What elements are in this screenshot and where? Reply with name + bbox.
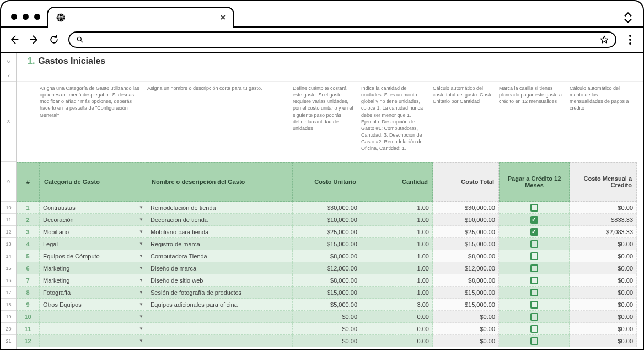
dropdown-caret-icon[interactable]: ▼ (139, 302, 143, 307)
dropdown-caret-icon[interactable]: ▼ (139, 338, 143, 343)
row-number[interactable]: 14 (1, 250, 16, 262)
cell-costo-unitario[interactable]: $5,000.00 (293, 299, 361, 311)
credit-checkbox[interactable] (530, 277, 538, 284)
cell-categoria[interactable]: ▼ (40, 311, 147, 323)
dropdown-caret-icon[interactable]: ▼ (139, 290, 143, 295)
cell-pagar-credito[interactable] (499, 202, 570, 214)
back-button[interactable] (9, 34, 20, 45)
dropdown-caret-icon[interactable]: ▼ (139, 229, 143, 234)
address-bar[interactable] (68, 31, 616, 48)
cell-categoria[interactable]: Marketing▼ (40, 274, 147, 287)
cell-categoria[interactable]: ▼ (40, 323, 147, 335)
window-max-dot[interactable] (34, 14, 40, 20)
credit-checkbox[interactable] (530, 289, 538, 296)
cell-index[interactable]: 11 (17, 323, 40, 335)
cell-index[interactable]: 6 (17, 262, 40, 274)
cell-nombre[interactable]: Computadora Tienda (147, 250, 293, 262)
cell-costo-unitario[interactable]: $25,000.00 (293, 226, 361, 238)
cell-nombre[interactable]: Mobiliario para tienda (147, 226, 293, 238)
cell-nombre[interactable]: Registro de marca (147, 238, 293, 250)
credit-checkbox[interactable] (530, 204, 538, 212)
dropdown-caret-icon[interactable]: ▼ (139, 217, 143, 222)
cell-cantidad[interactable]: 1.00 (361, 274, 433, 287)
cell-pagar-credito[interactable] (499, 323, 570, 335)
cell-cantidad[interactable]: 1.00 (361, 262, 433, 274)
credit-checkbox[interactable] (530, 252, 538, 260)
dropdown-caret-icon[interactable]: ▼ (139, 314, 143, 319)
cell-cantidad[interactable]: 1.00 (361, 202, 433, 214)
cell-cantidad[interactable]: 0.00 (361, 311, 433, 323)
cell-pagar-credito[interactable] (499, 274, 570, 287)
cell-costo-unitario[interactable]: $0.00 (293, 311, 361, 323)
cell-index[interactable]: 1 (17, 202, 40, 214)
row-number[interactable]: 12 (1, 226, 16, 238)
cell-index[interactable]: 9 (17, 299, 40, 311)
cell-index[interactable]: 2 (17, 214, 40, 226)
row-number[interactable]: 6 (1, 53, 16, 69)
row-number[interactable]: 21 (1, 335, 16, 347)
cell-nombre[interactable] (147, 335, 293, 347)
cell-index[interactable]: 12 (17, 335, 40, 347)
cell-pagar-credito[interactable] (499, 287, 570, 299)
cell-categoria[interactable]: Fotografía▼ (40, 287, 147, 299)
dropdown-caret-icon[interactable]: ▼ (139, 241, 143, 246)
cell-pagar-credito[interactable] (499, 238, 570, 250)
dropdown-caret-icon[interactable]: ▼ (139, 278, 143, 283)
credit-checkbox[interactable] (530, 264, 538, 272)
cell-pagar-credito[interactable] (499, 250, 570, 262)
cell-costo-unitario[interactable]: $15,000.00 (293, 238, 361, 250)
row-number[interactable]: 13 (1, 238, 16, 250)
cell-index[interactable]: 10 (17, 311, 40, 323)
cell-categoria[interactable]: Mobiliario▼ (40, 226, 147, 238)
cell-cantidad[interactable]: 0.00 (361, 335, 433, 347)
cell-nombre[interactable]: Remodelación de tienda (147, 202, 293, 214)
cell-pagar-credito[interactable] (499, 214, 570, 226)
cell-costo-unitario[interactable]: $15,000.00 (293, 287, 361, 299)
row-number[interactable]: 17 (1, 287, 16, 299)
cell-costo-unitario[interactable]: $8,000.00 (293, 274, 361, 287)
row-number[interactable]: 11 (1, 214, 16, 226)
cell-nombre[interactable]: Diseño de sitio web (147, 274, 293, 287)
row-number[interactable]: 15 (1, 262, 16, 274)
dropdown-caret-icon[interactable]: ▼ (139, 253, 143, 258)
credit-checkbox[interactable] (530, 216, 538, 224)
cell-cantidad[interactable]: 1.00 (361, 226, 433, 238)
cell-costo-unitario[interactable]: $0.00 (293, 335, 361, 347)
cell-nombre[interactable]: Equipos adicionales para oficina (147, 299, 293, 311)
row-number[interactable]: 7 (1, 69, 16, 82)
cell-categoria[interactable]: Equipos de Cómputo▼ (40, 250, 147, 262)
cell-costo-unitario[interactable]: $12,000.00 (293, 262, 361, 274)
cell-index[interactable]: 7 (17, 274, 40, 287)
cell-cantidad[interactable]: 1.00 (361, 214, 433, 226)
forward-button[interactable] (29, 34, 40, 45)
browser-menu-button[interactable] (625, 35, 635, 45)
cell-cantidad[interactable]: 1.00 (361, 238, 433, 250)
cell-categoria[interactable]: ▼ (40, 335, 147, 347)
url-input[interactable] (88, 33, 595, 47)
cell-cantidad[interactable]: 0.00 (361, 323, 433, 335)
cell-nombre[interactable]: Diseño de marca (147, 262, 293, 274)
tab-scroll-arrows[interactable] (624, 12, 636, 26)
credit-checkbox[interactable] (530, 337, 538, 345)
row-number[interactable]: 10 (1, 202, 16, 214)
cell-nombre[interactable]: Decoración de tienda (147, 214, 293, 226)
row-number[interactable]: 8 (1, 82, 16, 162)
window-min-dot[interactable] (23, 14, 29, 20)
credit-checkbox[interactable] (530, 325, 538, 333)
dropdown-caret-icon[interactable]: ▼ (139, 205, 143, 210)
cell-categoria[interactable]: Legal▼ (40, 238, 147, 250)
row-number[interactable]: 18 (1, 299, 16, 311)
cell-categoria[interactable]: Contratistas▼ (40, 202, 147, 214)
cell-costo-unitario[interactable]: $8,000.00 (293, 250, 361, 262)
bookmark-star-icon[interactable] (600, 35, 609, 44)
cell-index[interactable]: 8 (17, 287, 40, 299)
cell-costo-unitario[interactable]: $10,000.00 (293, 214, 361, 226)
credit-checkbox[interactable] (530, 301, 538, 309)
browser-tab[interactable]: × (47, 7, 234, 28)
cell-categoria[interactable]: Otros Equipos▼ (40, 299, 147, 311)
cell-pagar-credito[interactable] (499, 299, 570, 311)
credit-checkbox[interactable] (530, 240, 538, 248)
cell-cantidad[interactable]: 1.00 (361, 287, 433, 299)
close-tab-icon[interactable]: × (221, 13, 226, 23)
cell-index[interactable]: 3 (17, 226, 40, 238)
